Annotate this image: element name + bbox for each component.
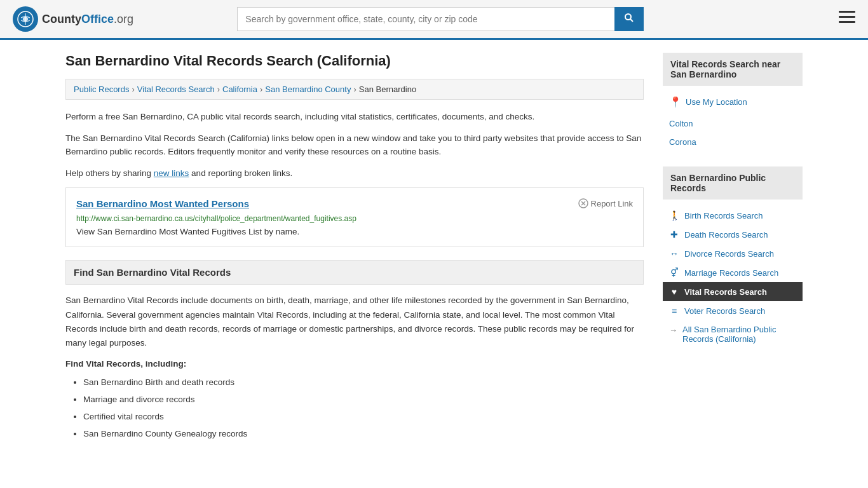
gender-icon: ⚥ — [669, 268, 679, 278]
svg-rect-7 — [839, 21, 855, 23]
sidebar-item-marriage-records[interactable]: ⚥ Marriage Records Search — [663, 263, 803, 282]
intro-para3: Help others by sharing new links and rep… — [65, 166, 644, 180]
header: CountyOffice.org — [0, 0, 868, 40]
logo-icon — [13, 6, 38, 32]
breadcrumb-vital-records-search[interactable]: Vital Records Search — [137, 85, 215, 94]
list-item: Marriage and divorce records — [83, 391, 644, 408]
intro-para2: The San Bernardino Vital Records Search … — [65, 132, 644, 159]
report-link-button[interactable]: Report Link — [578, 198, 633, 208]
list-item: San Bernardino Birth and death records — [83, 374, 644, 391]
logo-text: CountyOffice.org — [42, 13, 133, 26]
sidebar: Vital Records Search near San Bernardino… — [663, 53, 803, 442]
find-section-para: San Bernardino Vital Records include doc… — [65, 294, 644, 350]
breadcrumb-san-bernardino: San Bernardino — [359, 85, 416, 94]
svg-line-4 — [630, 19, 633, 22]
sidebar-item-vital-records[interactable]: ♥ Vital Records Search — [663, 282, 803, 301]
find-section-subheading: Find Vital Records, including: — [65, 359, 644, 369]
sidebar-public-records-section: San Bernardino Public Records 🚶 Birth Re… — [663, 166, 803, 348]
list-icon: ≡ — [669, 306, 679, 316]
sidebar-item-divorce-records[interactable]: ↔ Divorce Records Search — [663, 244, 803, 263]
breadcrumb-california[interactable]: California — [222, 85, 257, 94]
all-public-records-link[interactable]: All San Bernardino Public Records (Calif… — [682, 325, 796, 344]
breadcrumb-public-records[interactable]: Public Records — [74, 85, 129, 94]
new-links-link[interactable]: new links — [154, 168, 189, 178]
search-input[interactable] — [237, 7, 614, 31]
hamburger-menu-button[interactable] — [839, 11, 855, 27]
sidebar-item-corona[interactable]: Corona — [663, 133, 803, 151]
breadcrumb: Public Records › Vital Records Search › … — [65, 79, 644, 100]
list-item: San Bernardino County Genealogy records — [83, 425, 644, 442]
heart-icon: ♥ — [669, 287, 679, 297]
sidebar-all-public-records-link[interactable]: → All San Bernardino Public Records (Cal… — [663, 320, 803, 348]
record-url[interactable]: http://www.ci.san-bernardino.ca.us/cityh… — [76, 214, 633, 223]
page-title: San Bernardino Vital Records Search (Cal… — [65, 53, 644, 69]
sidebar-item-voter-records[interactable]: ≡ Voter Records Search — [663, 301, 803, 320]
svg-rect-6 — [839, 16, 855, 18]
record-description: View San Bernardino Most Wanted Fugitive… — [76, 227, 633, 236]
record-title-row: San Bernardino Most Wanted Persons Repor… — [76, 198, 633, 209]
sidebar-item-birth-records[interactable]: 🚶 Birth Records Search — [663, 206, 803, 225]
logo-area: CountyOffice.org — [13, 6, 133, 32]
report-icon — [578, 198, 588, 208]
location-pin-icon: 📍 — [669, 96, 682, 108]
search-bar — [237, 7, 644, 31]
breadcrumb-san-bernardino-county[interactable]: San Bernardino County — [265, 85, 351, 94]
use-my-location-link[interactable]: 📍 Use My Location — [663, 92, 803, 112]
person-icon: 🚶 — [669, 210, 679, 220]
sidebar-public-records-title: San Bernardino Public Records — [663, 166, 803, 200]
arrow-right-icon: → — [669, 325, 677, 335]
svg-point-3 — [625, 14, 631, 20]
record-block: San Bernardino Most Wanted Persons Repor… — [65, 187, 644, 247]
sidebar-item-colton[interactable]: Colton — [663, 114, 803, 133]
content-area: San Bernardino Vital Records Search (Cal… — [65, 53, 644, 442]
main-container: San Bernardino Vital Records Search (Cal… — [53, 40, 815, 455]
list-item: Certified vital records — [83, 408, 644, 425]
find-vital-records-heading: Find San Bernardino Vital Records — [65, 260, 644, 285]
cross-icon: ✚ — [669, 229, 679, 240]
intro-para1: Perform a free San Bernardino, CA public… — [65, 110, 644, 124]
record-title-link[interactable]: San Bernardino Most Wanted Persons — [76, 198, 249, 209]
sidebar-nearby-title: Vital Records Search near San Bernardino — [663, 53, 803, 86]
svg-rect-5 — [839, 11, 855, 13]
sidebar-item-death-records[interactable]: ✚ Death Records Search — [663, 225, 803, 244]
vital-records-list: San Bernardino Birth and death records M… — [65, 374, 644, 442]
search-button[interactable] — [614, 7, 644, 31]
arrows-icon: ↔ — [669, 248, 679, 259]
